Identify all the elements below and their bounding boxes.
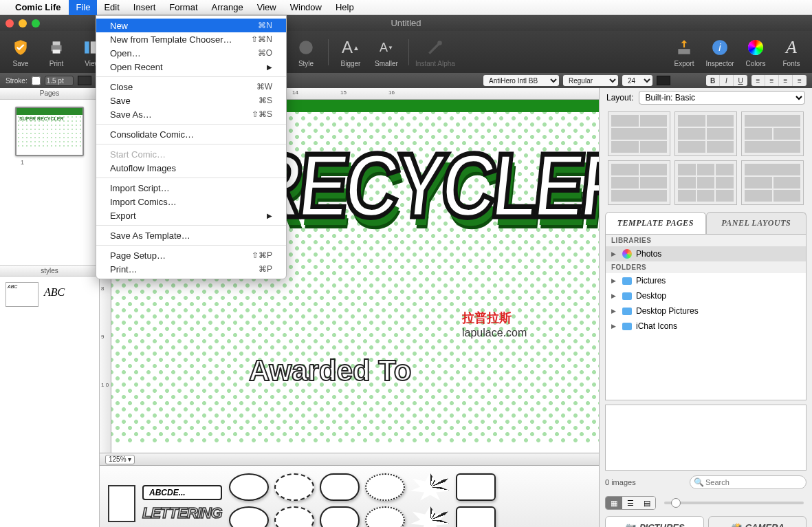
zoom-window-button[interactable] bbox=[32, 19, 40, 28]
print-button[interactable]: Print bbox=[40, 33, 73, 72]
tab-pictures[interactable]: 📷PICTURES bbox=[605, 516, 704, 527]
menu-item-save-template[interactable]: Save As Template… bbox=[96, 228, 286, 242]
folder-ichat-row[interactable]: ▶iChat Icons bbox=[606, 319, 806, 334]
menu-item-save-as[interactable]: Save As…⇧⌘S bbox=[96, 107, 286, 121]
folder-pictures-row[interactable]: ▶Pictures bbox=[606, 273, 806, 288]
menu-item-open-recent[interactable]: Open Recent▶ bbox=[96, 60, 286, 74]
stroke-checkbox[interactable] bbox=[32, 76, 41, 85]
speech-balloon-tail-2[interactable] bbox=[274, 506, 314, 528]
smaller-button[interactable]: A▼Smaller bbox=[370, 33, 403, 72]
exclaim-balloon[interactable] bbox=[410, 473, 450, 501]
align-right-button[interactable]: ≡ bbox=[779, 75, 793, 86]
menu-view[interactable]: View bbox=[250, 0, 283, 15]
list-view-button[interactable]: ☰ bbox=[622, 497, 639, 509]
underline-button[interactable]: U bbox=[734, 75, 747, 86]
pages-list[interactable]: SUPER RECYCLER 1 bbox=[0, 100, 99, 265]
tab-template-pages[interactable]: TEMPLATE PAGES bbox=[605, 212, 706, 234]
close-window-button[interactable] bbox=[6, 19, 14, 28]
layout-select[interactable]: Built-in: Basic bbox=[639, 91, 805, 105]
menu-item-save[interactable]: Save⌘S bbox=[96, 94, 286, 107]
align-center-button[interactable]: ≡ bbox=[765, 75, 779, 86]
menu-item-consolidate[interactable]: Consolidate Comic… bbox=[96, 127, 286, 141]
caption-box-sample[interactable]: ABCDE... bbox=[142, 485, 222, 500]
camera-icon: 📸 bbox=[730, 522, 741, 528]
save-button[interactable]: Save bbox=[4, 33, 37, 72]
tab-panel-layouts[interactable]: PANEL LAYOUTS bbox=[706, 212, 807, 234]
align-left-button[interactable]: ≡ bbox=[751, 75, 765, 86]
speech-balloon-tail-3[interactable] bbox=[320, 506, 360, 528]
zoom-bar: 125% ▾ bbox=[100, 453, 599, 465]
colors-button[interactable]: Colors bbox=[739, 33, 772, 72]
menu-item-open[interactable]: Open…⌘O bbox=[96, 46, 286, 60]
thumbnail-size-slider[interactable] bbox=[664, 502, 804, 504]
menu-window[interactable]: Window bbox=[283, 0, 329, 15]
menu-item-import-script[interactable]: Import Script… bbox=[96, 181, 286, 195]
fonts-button[interactable]: AFonts bbox=[775, 33, 808, 72]
image-count-label: 0 images bbox=[605, 478, 636, 486]
menu-item-import-comics[interactable]: Import Comics… bbox=[96, 195, 286, 208]
speech-balloon-rounded[interactable] bbox=[320, 473, 360, 501]
layout-option-2[interactable] bbox=[674, 111, 737, 156]
export-button[interactable]: Export bbox=[668, 33, 701, 72]
lettering-sample[interactable]: LETTERING bbox=[142, 504, 222, 522]
styles-list[interactable]: ABC ABC bbox=[0, 277, 99, 408]
zoom-level-select[interactable]: 125% ▾ bbox=[105, 455, 135, 464]
stroke-value-field[interactable] bbox=[45, 76, 74, 86]
menu-item-export[interactable]: Export▶ bbox=[96, 208, 286, 222]
column-view-button[interactable]: ▤ bbox=[639, 497, 655, 509]
pictures-icon: 📷 bbox=[624, 522, 635, 528]
layout-option-3[interactable] bbox=[741, 111, 804, 156]
layout-option-6[interactable] bbox=[741, 160, 804, 205]
app-name[interactable]: Comic Life bbox=[15, 2, 61, 12]
exclaim-balloon-tail[interactable] bbox=[410, 506, 450, 528]
menu-file[interactable]: File bbox=[69, 0, 97, 15]
style-icon bbox=[296, 36, 316, 58]
bold-button[interactable]: B bbox=[706, 75, 720, 86]
style-button[interactable]: Style bbox=[289, 33, 322, 72]
menu-edit[interactable]: Edit bbox=[97, 0, 126, 15]
layout-option-4[interactable] bbox=[608, 160, 670, 205]
stroke-color-well[interactable] bbox=[78, 76, 91, 85]
menu-insert[interactable]: Insert bbox=[127, 0, 163, 15]
layout-option-1[interactable] bbox=[608, 111, 670, 156]
folder-desktop-pictures-row[interactable]: ▶Desktop Pictures bbox=[606, 303, 806, 319]
search-input[interactable] bbox=[690, 475, 806, 489]
speech-balloon-tail-1[interactable] bbox=[229, 506, 269, 528]
align-justify-button[interactable]: ≡ bbox=[793, 75, 806, 86]
menu-help[interactable]: Help bbox=[329, 0, 361, 15]
page-thumbnail[interactable]: SUPER RECYCLER bbox=[15, 107, 84, 156]
speech-balloon-oval[interactable] bbox=[229, 473, 269, 501]
folder-desktop-row[interactable]: ▶Desktop bbox=[606, 288, 806, 303]
thought-balloon-cloud[interactable] bbox=[274, 473, 314, 501]
whisper-balloon[interactable] bbox=[365, 473, 405, 501]
instant-alpha-button[interactable]: Instant Alpha bbox=[415, 33, 456, 72]
svg-rect-1 bbox=[53, 41, 61, 45]
menu-item-page-setup[interactable]: Page Setup…⇧⌘P bbox=[96, 248, 286, 262]
menu-item-new-template[interactable]: New from Template Chooser…⇧⌘N bbox=[96, 32, 286, 46]
caption-rect[interactable] bbox=[456, 473, 496, 501]
panel-shape[interactable] bbox=[108, 485, 135, 522]
page-number-label: 1 bbox=[10, 159, 89, 166]
bigger-button[interactable]: A▲Bigger bbox=[334, 33, 367, 72]
text-color-well[interactable] bbox=[657, 76, 670, 85]
menu-item-print[interactable]: Print…⌘P bbox=[96, 262, 286, 276]
menu-format[interactable]: Format bbox=[162, 0, 204, 15]
grid-view-button[interactable]: ▦ bbox=[606, 497, 622, 509]
italic-button[interactable]: I bbox=[720, 75, 734, 86]
speech-balloon-tail-4[interactable] bbox=[365, 506, 405, 528]
menu-item-new[interactable]: New⌘N bbox=[96, 19, 286, 32]
tab-camera[interactable]: 📸CAMERA bbox=[708, 516, 807, 527]
font-family-select[interactable]: AntiHero Intl BB bbox=[483, 75, 559, 86]
minimize-window-button[interactable] bbox=[19, 19, 27, 28]
font-size-select[interactable]: 24 bbox=[622, 75, 652, 86]
menu-item-autoflow[interactable]: Autoflow Images bbox=[96, 161, 286, 175]
inspector-button[interactable]: iInspector bbox=[703, 33, 736, 72]
layout-option-5[interactable] bbox=[674, 160, 737, 205]
library-photos-row[interactable]: ▶Photos bbox=[606, 246, 806, 261]
font-weight-select[interactable]: Regular bbox=[563, 75, 618, 86]
caption-rect-plus[interactable] bbox=[456, 506, 496, 528]
menu-item-close[interactable]: Close⌘W bbox=[96, 80, 286, 94]
menu-arrange[interactable]: Arrange bbox=[205, 0, 250, 15]
awarded-to-text[interactable]: Awarded To bbox=[249, 354, 411, 387]
style-swatch[interactable]: ABC bbox=[6, 282, 39, 307]
